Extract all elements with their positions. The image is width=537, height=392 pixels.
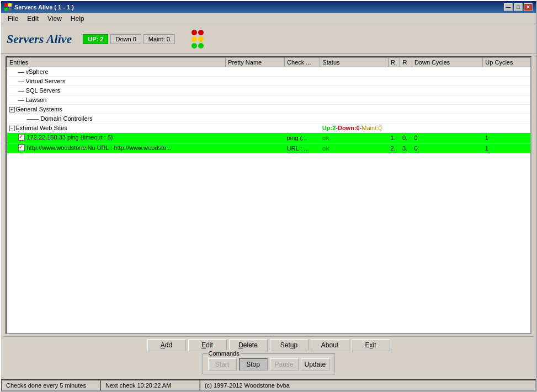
table-row[interactable]: —— Domain Controllers <box>7 114 530 123</box>
content-area: Entries Pretty Name Check ... Status R. … <box>1 54 536 379</box>
col-entries: Entries <box>7 58 226 67</box>
expand-icon[interactable]: − <box>9 126 15 131</box>
title-bar: Servers Alive ( 1 - 1 ) — □ ✕ <box>1 1 536 13</box>
entry-domain-controllers: —— Domain Controllers <box>7 114 226 123</box>
server-status-2: ok <box>320 143 389 154</box>
expand-icon[interactable]: + <box>9 107 15 112</box>
server-status-1: ok <box>320 133 389 143</box>
entry-virtual-servers: — Virtual Servers <box>7 77 226 86</box>
status-maint-badge: Maint: 0 <box>143 34 175 44</box>
table-row[interactable]: +General Systems <box>7 105 530 114</box>
server-down-cycles-1: 0 <box>412 133 482 143</box>
window-controls: — □ ✕ <box>504 3 533 11</box>
tl-yellow-mid-left <box>192 36 197 42</box>
col-check: Check ... <box>285 58 320 67</box>
menu-edit[interactable]: Edit <box>23 14 43 24</box>
commands-wrapper: Commands Start Stop Pause Update <box>8 353 529 374</box>
setup-button[interactable]: Setup <box>270 339 309 351</box>
app-icon <box>4 3 12 11</box>
server-check-type-1: ping (... <box>285 133 320 143</box>
table-row[interactable]: — vSphere <box>7 67 530 77</box>
table-header: Entries Pretty Name Check ... Status R. … <box>7 58 530 67</box>
col-up-cycles: Up Cycles <box>483 58 530 67</box>
table-row[interactable]: — Lawson <box>7 95 530 105</box>
status-next-check: Next check 10:20:22 AM <box>100 380 200 391</box>
server-checkbox-1[interactable] <box>18 134 25 141</box>
table-row[interactable]: — Virtual Servers <box>7 77 530 86</box>
entry-vsphere: — vSphere <box>7 67 226 77</box>
app-title: Servers Alive <box>7 32 72 46</box>
server-entry-1: 172.22.150.33 ping (timeout : 5) <box>7 133 226 143</box>
server-row-1[interactable]: 172.22.150.33 ping (timeout : 5) ping (.… <box>7 133 530 143</box>
server-checkbox-2[interactable] <box>18 144 25 151</box>
entry-sql-servers: — SQL Servers <box>7 86 226 95</box>
commands-label: Commands <box>208 350 241 357</box>
col-status: Status <box>320 58 389 67</box>
tl-yellow-mid-right <box>198 36 204 42</box>
external-web-status: Up:2-Down:0-Maint:0 <box>320 123 389 133</box>
status-checks-interval: Checks done every 5 minutes <box>1 380 100 391</box>
server-down-cycles-2: 0 <box>412 143 482 154</box>
col-r1: R. <box>389 58 400 67</box>
add-button[interactable]: Add <box>147 339 186 351</box>
status-down-badge: Down 0 <box>110 34 141 44</box>
start-button[interactable]: Start <box>208 358 237 370</box>
pause-button[interactable]: Pause <box>270 358 299 370</box>
minimize-button[interactable]: — <box>504 3 513 11</box>
menu-help[interactable]: Help <box>66 14 89 24</box>
table-container[interactable]: Entries Pretty Name Check ... Status R. … <box>7 57 530 333</box>
close-button[interactable]: ✕ <box>524 3 533 11</box>
tl-green-bot-left <box>192 43 197 49</box>
server-table: Entries Pretty Name Check ... Status R. … <box>7 57 530 154</box>
edit-button[interactable]: Edit <box>188 339 227 351</box>
status-copyright: (c) 1997-2012 Woodstone bvba <box>200 380 536 391</box>
bottom-area: Add Edit Delete Setup About Exit Command… <box>3 336 534 377</box>
menu-view[interactable]: View <box>43 14 66 24</box>
col-down-cycles: Down Cycles <box>412 58 482 67</box>
entry-general-systems: +General Systems <box>7 105 226 114</box>
update-button[interactable]: Update <box>301 358 329 370</box>
traffic-light-icon <box>192 30 204 49</box>
main-window: Servers Alive ( 1 - 1 ) — □ ✕ File Edit … <box>0 0 537 392</box>
table-row[interactable]: −External Web Sites Up:2-Down:0-Maint:0 <box>7 123 530 133</box>
server-up-cycles-1: 1 <box>483 133 530 143</box>
server-entry-2: http://www.woodstone.Nu URL : http://www… <box>7 143 226 154</box>
action-buttons: Add Edit Delete Setup About Exit <box>8 339 529 351</box>
server-check-type-2: URL : ... <box>285 143 320 154</box>
entry-external-web-sites: −External Web Sites <box>7 123 226 133</box>
commands-group: Commands Start Stop Pause Update <box>203 353 335 374</box>
menu-file[interactable]: File <box>3 14 23 24</box>
stop-button[interactable]: Stop <box>239 358 268 370</box>
server-list-panel: Entries Pretty Name Check ... Status R. … <box>6 56 531 334</box>
title-text: Servers Alive ( 1 - 1 ) <box>14 4 74 10</box>
table-row[interactable]: — SQL Servers <box>7 86 530 95</box>
tl-green-bot-right <box>198 43 204 49</box>
about-button[interactable]: About <box>311 339 349 351</box>
exit-button[interactable]: Exit <box>352 339 390 351</box>
menu-bar: File Edit View Help <box>1 13 536 24</box>
entry-lawson: — Lawson <box>7 95 226 105</box>
status-bar: Checks done every 5 minutes Next check 1… <box>1 379 536 391</box>
server-up-cycles-2: 1 <box>483 143 530 154</box>
maximize-button[interactable]: □ <box>514 3 523 11</box>
delete-button[interactable]: Delete <box>229 339 268 351</box>
tl-red-top-left <box>192 30 197 35</box>
server-row-2[interactable]: http://www.woodstone.Nu URL : http://www… <box>7 143 530 154</box>
col-r2: R <box>400 58 412 67</box>
tl-red-top-right <box>198 30 204 35</box>
header: Servers Alive UP: 2 Down 0 Maint: 0 <box>1 24 536 54</box>
col-pretty-name: Pretty Name <box>226 58 285 67</box>
status-up-badge: UP: 2 <box>83 34 108 44</box>
